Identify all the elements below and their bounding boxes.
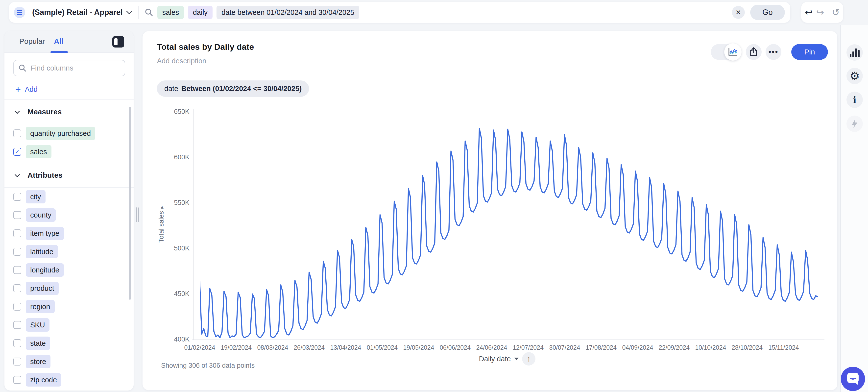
checkbox[interactable]	[13, 376, 21, 384]
search-token[interactable]: daily	[188, 6, 213, 19]
line-chart[interactable]	[200, 112, 818, 339]
y-axis-tick-label: 500K	[152, 244, 189, 252]
column-row: quantity purchased	[4, 124, 134, 143]
answer-config-rail: ⚙ i	[840, 25, 868, 392]
chevron-down-icon	[14, 109, 20, 114]
x-axis-tick-label: 08/03/2024	[253, 344, 292, 351]
bar-chart-icon	[850, 48, 860, 57]
help-chat-button[interactable]	[841, 367, 865, 391]
chevron-down-icon[interactable]	[126, 9, 132, 14]
go-button[interactable]: Go	[750, 5, 785, 20]
panel-resize-handle[interactable]	[136, 207, 139, 222]
find-columns-placeholder: Find columns	[31, 64, 73, 72]
data-panel-tabs: Popular All	[4, 31, 134, 53]
sort-ascending-button[interactable]: ↑	[522, 352, 535, 365]
checkbox[interactable]	[13, 303, 21, 310]
x-axis-tick-label: 30/07/2024	[545, 344, 584, 351]
column-token[interactable]: item type	[26, 227, 64, 240]
checkbox[interactable]	[13, 230, 21, 237]
lightning-icon	[850, 119, 859, 129]
details-button[interactable]: i	[846, 92, 863, 108]
history-toolbar: ↩ ↪ ↺	[801, 2, 843, 23]
y-axis-tick-label: 400K	[152, 336, 189, 343]
x-axis-tick-label: 10/10/2024	[691, 344, 731, 351]
find-columns-input[interactable]: Find columns	[13, 60, 125, 76]
search-token[interactable]: sales	[157, 6, 184, 19]
checkbox[interactable]	[13, 193, 21, 201]
x-axis-tick-label: 12/07/2024	[508, 344, 548, 351]
reset-icon[interactable]: ↺	[832, 8, 840, 17]
add-description[interactable]: Add description	[157, 57, 206, 65]
data-points-summary: Showing 306 of 306 data points	[161, 362, 255, 369]
column-token[interactable]: state	[26, 337, 50, 350]
column-token[interactable]: SKU	[26, 318, 50, 332]
search-token[interactable]: date between 01/02/2024 and 30/04/2025	[217, 6, 359, 19]
checkbox-checked[interactable]: ✓	[13, 148, 21, 156]
datasource-title[interactable]: (Sample) Retail - Apparel	[32, 8, 123, 17]
checkbox[interactable]	[13, 248, 21, 255]
column-token[interactable]: region	[26, 300, 55, 313]
info-icon: i	[853, 94, 856, 105]
checkbox[interactable]	[13, 284, 21, 292]
omnibox-search-bar[interactable]: (Sample) Retail - Apparel salesdailydate…	[9, 2, 790, 23]
y-axis-tick-label: 450K	[152, 290, 189, 298]
x-axis-tick-label: 15/11/2024	[764, 344, 803, 351]
column-row: store	[4, 353, 134, 371]
checkbox[interactable]	[13, 321, 21, 329]
checkbox[interactable]	[13, 358, 21, 365]
column-token[interactable]: sales	[26, 145, 52, 158]
share-icon	[749, 47, 758, 57]
chart-settings-button[interactable]: ⚙	[846, 68, 863, 84]
pin-button[interactable]: Pin	[791, 44, 828, 60]
chart-view-icon[interactable]	[724, 43, 742, 61]
column-row: ✓sales	[4, 143, 134, 161]
x-axis-tick-label: 19/05/2024	[399, 344, 438, 351]
nav-menu-button[interactable]	[14, 7, 25, 18]
column-token[interactable]: city	[26, 190, 45, 204]
x-axis-tick-label: 06/06/2024	[435, 344, 475, 351]
section-header-measures[interactable]: Measures	[4, 100, 134, 124]
active-tab-indicator	[51, 51, 68, 53]
checkbox[interactable]	[13, 129, 21, 137]
tab-all[interactable]: All	[54, 37, 63, 46]
share-button[interactable]	[746, 44, 762, 60]
column-token[interactable]: zip code	[26, 373, 61, 387]
column-row: longitude	[4, 261, 134, 279]
divider	[138, 6, 138, 19]
column-token[interactable]: longitude	[26, 263, 64, 277]
checkbox[interactable]	[13, 339, 21, 347]
x-axis-tick-label: 01/05/2024	[363, 344, 402, 351]
column-token[interactable]: latitude	[26, 245, 58, 259]
chart-type-button[interactable]	[846, 44, 863, 61]
column-token[interactable]: county	[26, 208, 56, 222]
checkbox[interactable]	[13, 211, 21, 219]
date-filter-chip[interactable]: date Between (01/02/2024 <= 30/04/2025)	[157, 81, 309, 97]
display-mode-toggle[interactable]	[711, 44, 741, 60]
answer-card: Total sales by Daily date Add descriptio…	[143, 31, 837, 390]
collapse-panel-icon[interactable]	[112, 36, 124, 48]
tab-popular[interactable]: Popular	[19, 37, 45, 46]
add-column-button[interactable]: + Add	[16, 85, 38, 94]
column-row: item type	[4, 224, 134, 243]
x-axis-tick-label: 04/09/2024	[618, 344, 657, 351]
section-header-attributes[interactable]: Attributes	[4, 163, 134, 187]
more-menu-button[interactable]: •••	[766, 44, 781, 60]
checkbox[interactable]	[13, 266, 21, 274]
column-row: zip code	[4, 371, 134, 389]
x-axis-field-selector[interactable]: Daily date ↑	[475, 352, 539, 366]
column-row: latitude	[4, 243, 134, 261]
clear-search-button[interactable]: ✕	[732, 6, 745, 19]
column-token[interactable]: quantity purchased	[26, 127, 95, 140]
column-row: product	[4, 279, 134, 298]
column-token[interactable]: product	[26, 282, 59, 295]
column-token[interactable]: store	[26, 355, 51, 368]
column-list: Measures quantity purchased✓sales Attrib…	[4, 99, 134, 389]
answer-title[interactable]: Total sales by Daily date	[157, 42, 254, 52]
insights-button[interactable]	[846, 116, 863, 132]
redo-icon[interactable]: ↪	[816, 8, 824, 17]
chevron-down-icon	[14, 172, 20, 177]
column-row: state	[4, 334, 134, 353]
undo-icon[interactable]: ↩	[805, 8, 813, 17]
scrollbar[interactable]	[129, 107, 131, 300]
column-row: city	[4, 188, 134, 206]
